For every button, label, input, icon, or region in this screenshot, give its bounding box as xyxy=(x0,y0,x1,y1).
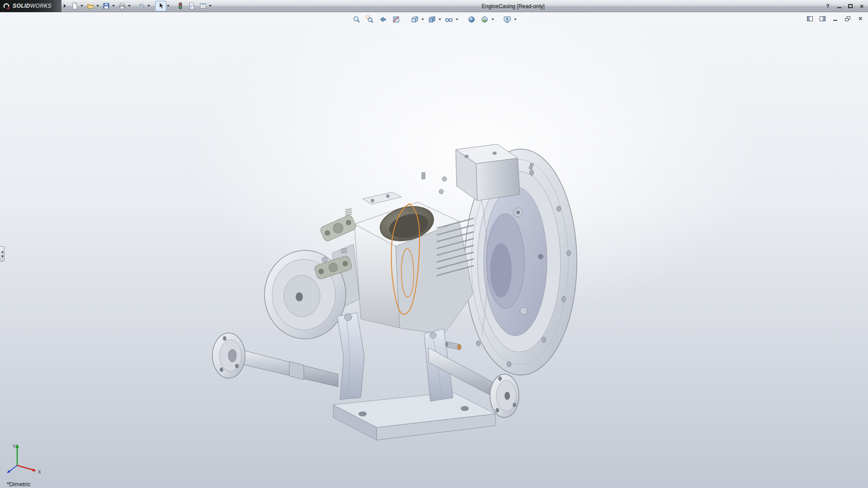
view-orientation-button[interactable] xyxy=(409,14,420,25)
print-button[interactable] xyxy=(116,1,127,11)
new-document-icon xyxy=(71,2,78,9)
view-orientation-dropdown-arrow[interactable] xyxy=(421,19,424,20)
undo-button[interactable] xyxy=(136,1,147,11)
new-document-button[interactable] xyxy=(69,1,80,11)
zoom-to-area-icon xyxy=(366,15,374,23)
rebuild-trafficlight-icon xyxy=(177,2,184,9)
minimize-button[interactable] xyxy=(835,2,843,10)
zoom-to-fit-icon xyxy=(353,15,361,23)
window-title: EngineCasing [Read-only] xyxy=(212,0,814,12)
cylinder-block[interactable] xyxy=(354,192,474,334)
triad-z-axis xyxy=(7,465,17,473)
sheet-options-button[interactable] xyxy=(197,1,208,11)
left-shaft[interactable] xyxy=(212,333,338,387)
document-window-controls: × xyxy=(806,15,864,22)
pane-toggle-left-button[interactable] xyxy=(806,15,814,22)
save-floppy-icon xyxy=(103,2,110,9)
apply-scene-dropdown-arrow[interactable] xyxy=(491,19,494,20)
triad-y-axis: Y xyxy=(13,444,19,465)
engine-casing-model[interactable] xyxy=(0,0,868,488)
sheet-dropdown-arrow[interactable] xyxy=(209,5,212,7)
view-settings-button[interactable] xyxy=(502,14,513,25)
sheet-grid-icon xyxy=(199,2,207,9)
document-minimize-button[interactable] xyxy=(831,15,839,22)
top-cover-box[interactable] xyxy=(422,144,520,201)
apply-scene-sphere-icon xyxy=(481,15,489,23)
hide-show-dropdown-arrow[interactable] xyxy=(456,19,458,20)
doc-restore-icon xyxy=(845,16,850,21)
expand-left-arrow-icon xyxy=(1,251,3,253)
view-settings-icon xyxy=(503,15,511,23)
view-orientation-label: *Dimetric xyxy=(7,481,31,488)
zoom-to-area-button[interactable] xyxy=(364,14,375,25)
section-view-icon xyxy=(392,15,400,23)
open-dropdown-arrow[interactable] xyxy=(96,5,99,7)
view-settings-dropdown-arrow[interactable] xyxy=(514,19,517,20)
undo-icon xyxy=(138,2,145,9)
hide-show-items-button[interactable] xyxy=(443,14,454,25)
svg-text:Y: Y xyxy=(13,444,16,449)
view-orientation-cube-icon xyxy=(410,15,419,23)
save-dropdown-arrow[interactable] xyxy=(112,5,115,7)
expand-left-arrow-icon xyxy=(1,255,3,258)
hide-show-glasses-icon xyxy=(445,15,453,23)
rebuild-button[interactable] xyxy=(175,1,186,11)
maximize-icon xyxy=(848,4,853,8)
main-toolbar xyxy=(69,0,213,12)
zoom-to-fit-button[interactable] xyxy=(351,14,362,25)
pane-left-icon xyxy=(807,16,813,21)
document-close-button[interactable]: × xyxy=(856,15,864,22)
heads-up-toolbar xyxy=(351,14,517,25)
window-controls: ? × xyxy=(824,0,866,12)
reference-triad: Y X xyxy=(4,442,47,485)
base-plate[interactable] xyxy=(333,392,495,440)
section-view-button[interactable] xyxy=(391,14,401,25)
file-properties-button[interactable] xyxy=(186,1,197,11)
svg-text:X: X xyxy=(38,469,41,474)
pane-toggle-right-button[interactable] xyxy=(818,15,826,22)
save-button[interactable] xyxy=(100,1,112,11)
edit-appearance-button[interactable] xyxy=(466,14,477,25)
help-button[interactable]: ? xyxy=(824,2,832,10)
undo-dropdown-arrow[interactable] xyxy=(147,5,150,7)
solidworks-menu[interactable]: SOLIDWORKS xyxy=(0,0,61,12)
edit-appearance-sphere-icon xyxy=(467,15,476,23)
print-dropdown-arrow[interactable] xyxy=(128,5,131,7)
featuremanager-collapsed-tab[interactable] xyxy=(0,246,5,262)
minimize-icon xyxy=(837,7,841,8)
triad-x-axis: X xyxy=(17,465,41,474)
open-button[interactable] xyxy=(85,1,96,11)
display-style-button[interactable] xyxy=(426,14,437,25)
title-bar[interactable]: SOLIDWORKS xyxy=(0,0,868,12)
previous-view-button[interactable] xyxy=(377,14,388,25)
doc-minimize-icon xyxy=(833,20,837,21)
pane-right-icon xyxy=(820,16,826,21)
solidworks-logo-icon xyxy=(3,3,11,9)
select-cursor-icon xyxy=(157,2,165,9)
print-icon xyxy=(118,2,126,9)
previous-view-icon xyxy=(379,15,387,23)
brand-wordmark: SOLIDWORKS xyxy=(13,3,52,9)
file-properties-icon xyxy=(188,2,195,9)
select-dropdown-arrow[interactable] xyxy=(167,5,170,7)
apply-scene-button[interactable] xyxy=(479,14,490,25)
maximize-button[interactable] xyxy=(846,2,854,10)
display-style-cube-icon xyxy=(428,15,436,23)
open-folder-icon xyxy=(87,2,94,9)
front-pin[interactable] xyxy=(445,342,461,350)
menu-expand-arrow[interactable] xyxy=(64,4,66,8)
select-button[interactable] xyxy=(155,1,166,11)
close-button[interactable]: × xyxy=(858,2,866,10)
new-dropdown-arrow[interactable] xyxy=(80,5,83,7)
document-restore-button[interactable] xyxy=(844,15,852,22)
display-style-dropdown-arrow[interactable] xyxy=(439,19,441,20)
